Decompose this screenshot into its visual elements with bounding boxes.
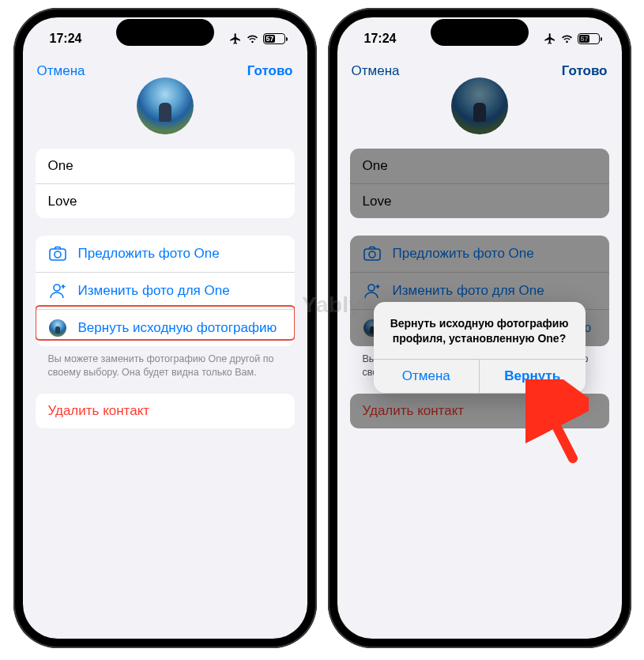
name-fields-group: One Love [350,149,609,218]
wifi-icon [246,34,259,44]
nav-bar: Отмена Готово [337,60,622,84]
svg-point-2 [54,285,60,291]
pointer-arrow-icon [525,379,589,466]
photo-actions-group: Предложить фото One Изменить фото для On… [36,236,295,346]
alert-message: Вернуть исходную фотографию профиля, уст… [374,302,586,359]
battery-icon: 57 [578,33,600,44]
svg-point-5 [368,285,375,291]
contact-avatar[interactable] [451,77,508,134]
photo-footnote: Вы можете заменить фотографию One другой… [48,353,282,379]
svg-point-4 [369,251,375,258]
battery-icon: 57 [263,33,285,44]
restore-photo-button[interactable]: Вернуть исходную фотографию [36,309,295,346]
last-name-field[interactable]: Love [36,183,295,218]
camera-icon [48,244,67,263]
change-photo-button[interactable]: Изменить фото для One [36,272,295,309]
airplane-icon [229,32,242,45]
cancel-button[interactable]: Отмена [37,63,85,79]
suggest-photo-button[interactable]: Предложить фото One [350,236,609,272]
suggest-photo-button[interactable]: Предложить фото One [36,236,295,272]
status-time: 17:24 [364,32,397,46]
svg-rect-3 [364,249,380,260]
watermark: Yablyk [302,292,375,318]
first-name-field[interactable]: One [36,149,295,183]
original-avatar-icon [48,319,67,338]
camera-icon [363,244,382,263]
done-button[interactable]: Готово [562,63,608,79]
svg-rect-0 [50,249,66,260]
alert-cancel-button[interactable]: Отмена [374,360,480,393]
name-fields-group: One Love [36,149,295,218]
cancel-button[interactable]: Отмена [352,63,400,79]
contact-avatar[interactable] [137,77,194,134]
phone-left: 17:24 57 Отмена Готово [13,8,317,648]
svg-point-1 [55,251,61,258]
status-indicators: 57 [229,32,285,45]
status-time: 17:24 [50,32,82,46]
last-name-field[interactable]: Love [350,183,609,218]
delete-group: Удалить контакт [36,394,295,428]
phone-right: 17:24 57 Отмена Готово [328,8,631,648]
dynamic-island [431,19,529,46]
dynamic-island [116,19,214,46]
done-button[interactable]: Готово [247,63,293,79]
delete-contact-button[interactable]: Удалить контакт [36,394,295,428]
wifi-icon [560,34,574,44]
status-indicators: 57 [544,32,600,45]
person-add-icon [48,281,67,300]
first-name-field[interactable]: One [350,149,609,183]
airplane-icon [544,32,556,45]
